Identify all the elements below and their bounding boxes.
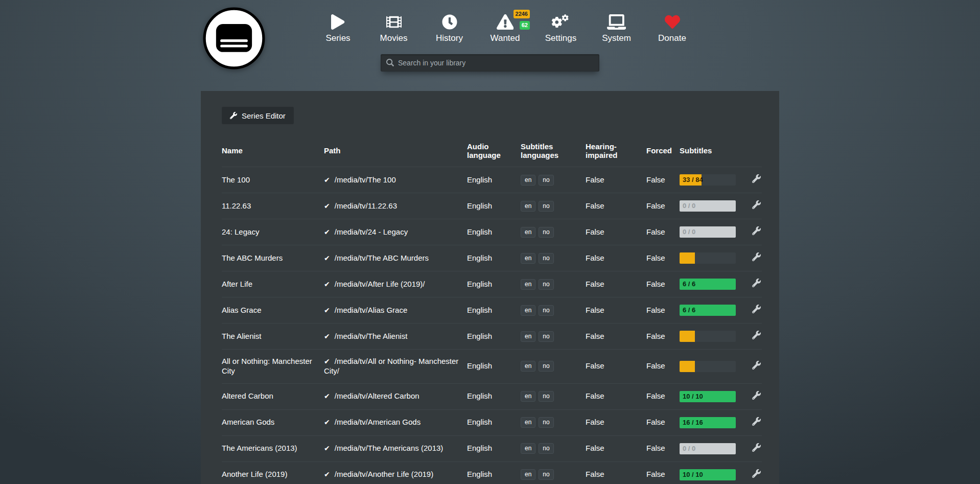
subtitles-progress-bar: 33 / 84 bbox=[680, 174, 736, 186]
app-header: Series Movies History 2246 62 bbox=[0, 0, 980, 91]
subtitles-progress-label: 6 / 6 bbox=[683, 305, 695, 316]
nav-history[interactable]: History bbox=[422, 13, 477, 43]
series-path: ✔/media/tv/The Americans (2013) bbox=[324, 435, 467, 462]
edit-series-button[interactable] bbox=[752, 200, 761, 212]
table-header-row: Name Path Audio language Subtitles langu… bbox=[222, 139, 762, 167]
edit-series-button[interactable] bbox=[752, 361, 761, 372]
edit-series-button[interactable] bbox=[752, 443, 761, 454]
wrench-icon bbox=[230, 112, 237, 119]
nav-settings[interactable]: Settings bbox=[533, 13, 589, 43]
language-badge: en bbox=[521, 469, 535, 480]
main-nav: Series Movies History 2246 62 bbox=[310, 13, 700, 43]
series-editor-button[interactable]: Series Editor bbox=[222, 107, 294, 124]
search-input[interactable] bbox=[381, 54, 599, 72]
forced-value: False bbox=[646, 193, 680, 219]
forced-value: False bbox=[646, 383, 680, 409]
hearing-impaired-value: False bbox=[586, 245, 646, 271]
series-row: The Alienist✔/media/tv/The AlienistEngli… bbox=[222, 324, 762, 350]
subtitles-progress-bar: 6 / 6 bbox=[680, 305, 736, 316]
series-row: The Americans (2013)✔/media/tv/The Ameri… bbox=[222, 435, 762, 462]
series-path: ✔/media/tv/Another Life (2019) bbox=[324, 462, 467, 484]
edit-series-button[interactable] bbox=[752, 331, 761, 342]
language-badge: no bbox=[539, 391, 553, 402]
edit-series-button[interactable] bbox=[752, 226, 761, 238]
bazarr-app: Series Movies History 2246 62 bbox=[0, 0, 980, 484]
subtitles-progress-cell bbox=[680, 350, 744, 384]
subtitles-progress-label: 0 / 0 bbox=[683, 443, 695, 454]
series-name[interactable]: American Gods bbox=[222, 409, 324, 435]
clock-icon bbox=[442, 13, 457, 30]
series-name[interactable]: The ABC Murders bbox=[222, 245, 324, 271]
nav-system-label: System bbox=[602, 33, 631, 43]
hearing-impaired-value: False bbox=[586, 167, 646, 193]
language-badge: en bbox=[521, 443, 535, 454]
series-row: All or Nothing: Manchester City✔/media/t… bbox=[222, 350, 762, 384]
edit-series-button[interactable] bbox=[752, 174, 761, 186]
audio-language-value: English bbox=[467, 409, 521, 435]
check-icon: ✔ bbox=[324, 357, 330, 365]
series-path: ✔/media/tv/24 - Legacy bbox=[324, 219, 467, 245]
series-name[interactable]: 24: Legacy bbox=[222, 219, 324, 245]
series-name[interactable]: All or Nothing: Manchester City bbox=[222, 350, 324, 384]
subtitles-languages-value: enno bbox=[521, 462, 586, 484]
subtitles-progress-cell: 6 / 6 bbox=[680, 271, 744, 297]
nav-wanted[interactable]: 2246 62 Wanted bbox=[477, 13, 533, 43]
language-badge: no bbox=[539, 469, 553, 480]
subtitles-progress-cell: 33 / 84 bbox=[680, 167, 744, 193]
series-name[interactable]: Altered Carbon bbox=[222, 383, 324, 409]
edit-series-button[interactable] bbox=[752, 305, 761, 316]
check-icon: ✔ bbox=[324, 470, 330, 478]
nav-movies[interactable]: Movies bbox=[366, 13, 422, 43]
series-name[interactable]: After Life bbox=[222, 271, 324, 297]
edit-series-button[interactable] bbox=[752, 279, 761, 290]
film-icon bbox=[386, 13, 402, 30]
series-path: ✔/media/tv/The Alienist bbox=[324, 324, 467, 350]
language-badge: no bbox=[539, 443, 553, 454]
wanted-badge-yellow: 2246 bbox=[514, 10, 530, 18]
wanted-badges: 2246 62 bbox=[514, 10, 530, 30]
series-path: ✔/media/tv/Altered Carbon bbox=[324, 383, 467, 409]
series-row: Altered Carbon✔/media/tv/Altered CarbonE… bbox=[222, 383, 762, 409]
edit-series-button[interactable] bbox=[752, 391, 761, 402]
check-icon: ✔ bbox=[324, 254, 330, 262]
series-row: 11.22.63✔/media/tv/11.22.63EnglishennoFa… bbox=[222, 193, 762, 219]
edit-series-button[interactable] bbox=[752, 469, 761, 480]
series-row: American Gods✔/media/tv/American GodsEng… bbox=[222, 409, 762, 435]
forced-value: False bbox=[646, 462, 680, 484]
check-icon: ✔ bbox=[324, 176, 330, 184]
subtitles-progress-cell: 0 / 0 bbox=[680, 193, 744, 219]
forced-value: False bbox=[646, 409, 680, 435]
app-logo[interactable] bbox=[202, 7, 266, 70]
check-icon: ✔ bbox=[324, 392, 330, 400]
nav-system[interactable]: System bbox=[589, 13, 644, 43]
subtitles-progress-bar: 10 / 10 bbox=[680, 469, 736, 480]
forced-value: False bbox=[646, 435, 680, 462]
series-name[interactable]: 11.22.63 bbox=[222, 193, 324, 219]
nav-donate[interactable]: Donate bbox=[644, 13, 700, 43]
hearing-impaired-value: False bbox=[586, 462, 646, 484]
series-name[interactable]: The 100 bbox=[222, 167, 324, 193]
subtitles-progress-label: 16 / 16 bbox=[683, 417, 703, 428]
language-badge: en bbox=[521, 361, 535, 372]
column-header-name: Name bbox=[222, 139, 324, 167]
series-name[interactable]: Alias Grace bbox=[222, 297, 324, 324]
language-badge: no bbox=[539, 279, 553, 290]
column-header-forced: Forced bbox=[646, 139, 680, 167]
forced-value: False bbox=[646, 245, 680, 271]
series-name[interactable]: The Alienist bbox=[222, 324, 324, 350]
nav-series[interactable]: Series bbox=[310, 13, 366, 43]
edit-series-button[interactable] bbox=[752, 417, 761, 428]
series-row: Another Life (2019)✔/media/tv/Another Li… bbox=[222, 462, 762, 484]
audio-language-value: English bbox=[467, 297, 521, 324]
series-path: ✔/media/tv/After Life (2019)/ bbox=[324, 271, 467, 297]
language-badge: en bbox=[521, 175, 535, 186]
forced-value: False bbox=[646, 324, 680, 350]
series-name[interactable]: Another Life (2019) bbox=[222, 462, 324, 484]
series-name[interactable]: The Americans (2013) bbox=[222, 435, 324, 462]
edit-series-button[interactable] bbox=[752, 252, 761, 264]
nav-settings-label: Settings bbox=[545, 33, 576, 43]
language-badge: no bbox=[539, 305, 553, 316]
series-path: ✔/media/tv/All or Nothing- Manchester Ci… bbox=[324, 350, 467, 384]
subtitles-languages-value: enno bbox=[521, 435, 586, 462]
hearing-impaired-value: False bbox=[586, 435, 646, 462]
